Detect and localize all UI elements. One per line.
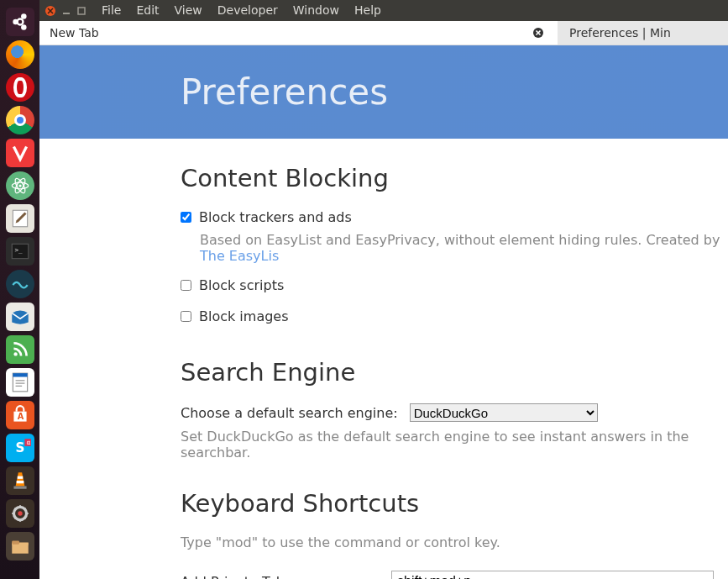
svg-rect-23 [17, 476, 23, 479]
launcher-min-browser[interactable] [6, 270, 34, 298]
svg-rect-30 [12, 541, 19, 545]
section-search-engine-title: Search Engine [181, 358, 728, 387]
shortcut-add-private-tab-input[interactable] [391, 571, 714, 579]
svg-point-7 [18, 184, 21, 187]
launcher-ubuntu-software[interactable]: A [6, 401, 34, 429]
menu-window[interactable]: Window [285, 0, 347, 21]
svg-text:A: A [17, 412, 24, 421]
tab-label: New Tab [50, 26, 99, 39]
block-trackers-checkbox[interactable] [181, 212, 191, 223]
svg-point-11 [13, 352, 17, 355]
menu-help[interactable]: Help [347, 0, 389, 21]
launcher-vlc[interactable] [6, 466, 34, 495]
block-images-label: Block images [199, 308, 289, 324]
search-engine-label: Choose a default search engine: [181, 405, 398, 421]
launcher-libreoffice-writer[interactable] [6, 368, 34, 397]
svg-point-1 [21, 13, 27, 19]
block-scripts-checkbox[interactable] [181, 280, 191, 291]
tab-label: Preferences | Min [568, 26, 671, 39]
block-images-checkbox[interactable] [181, 311, 191, 322]
section-content-blocking-title: Content Blocking [181, 164, 728, 192]
menu-edit[interactable]: Edit [128, 0, 166, 21]
tab-strip: New Tab Preferences | Min [39, 21, 728, 45]
launcher-text-editor[interactable] [6, 204, 34, 233]
svg-rect-31 [63, 13, 70, 14]
launcher-settings-tool[interactable] [6, 499, 34, 528]
launcher-vivaldi[interactable] [6, 139, 34, 167]
menu-view[interactable]: View [167, 0, 210, 21]
svg-rect-32 [78, 8, 85, 14]
menu-developer[interactable]: Developer [210, 0, 285, 21]
shortcut-add-private-tab-label: Add Private Tab [181, 574, 391, 580]
search-engine-subtext: Set DuckDuckGo as the default search eng… [181, 429, 728, 461]
tab-new-tab[interactable]: New Tab [39, 21, 558, 45]
launcher-atom[interactable] [6, 171, 34, 200]
unity-launcher: >_ A Sα [0, 0, 39, 579]
svg-rect-24 [16, 481, 24, 483]
launcher-skype[interactable]: Sα [6, 434, 34, 462]
tab-preferences[interactable]: Preferences | Min [558, 21, 728, 45]
block-trackers-sub-pre: Based on EasyList and EasyPrivacy, witho… [200, 232, 720, 248]
block-trackers-subtext: Based on EasyList and EasyPrivacy, witho… [200, 232, 728, 264]
launcher-thunderbird[interactable] [6, 303, 34, 331]
keyboard-shortcuts-subtext: Type "mod" to use the command or control… [181, 534, 728, 550]
svg-rect-13 [13, 373, 27, 376]
svg-point-27 [18, 511, 22, 515]
launcher-files[interactable] [6, 532, 34, 561]
svg-point-2 [21, 24, 27, 30]
block-trackers-label: Block trackers and ads [199, 209, 352, 225]
section-keyboard-shortcuts-title: Keyboard Shortcuts [181, 489, 728, 518]
svg-point-3 [17, 19, 23, 25]
window-controls [43, 4, 94, 18]
search-engine-select[interactable]: DuckDuckGo [410, 403, 598, 422]
window-maximize-icon[interactable] [77, 4, 86, 18]
page-header: Preferences [39, 45, 728, 139]
launcher-terminal[interactable]: >_ [6, 237, 34, 266]
close-icon[interactable] [532, 27, 544, 39]
preferences-content: Content Blocking Block trackers and ads … [39, 139, 728, 579]
launcher-firefox[interactable] [6, 40, 34, 69]
svg-text:α: α [26, 439, 30, 446]
launcher-chrome[interactable] [6, 106, 34, 134]
svg-rect-25 [13, 487, 26, 489]
window-close-icon[interactable] [45, 6, 55, 16]
page-title: Preferences [181, 71, 388, 113]
menu-file[interactable]: File [94, 0, 128, 21]
launcher-ubuntu-dash[interactable] [6, 8, 34, 36]
svg-text:S: S [15, 440, 24, 455]
svg-text:>_: >_ [14, 246, 23, 254]
block-scripts-label: Block scripts [199, 277, 284, 293]
window-menubar: File Edit View Developer Window Help [39, 0, 728, 21]
window-minimize-icon[interactable] [62, 4, 71, 18]
launcher-rss-reader[interactable] [6, 335, 34, 364]
launcher-opera[interactable] [6, 73, 34, 102]
easylist-link[interactable]: The EasyLis [200, 248, 279, 264]
